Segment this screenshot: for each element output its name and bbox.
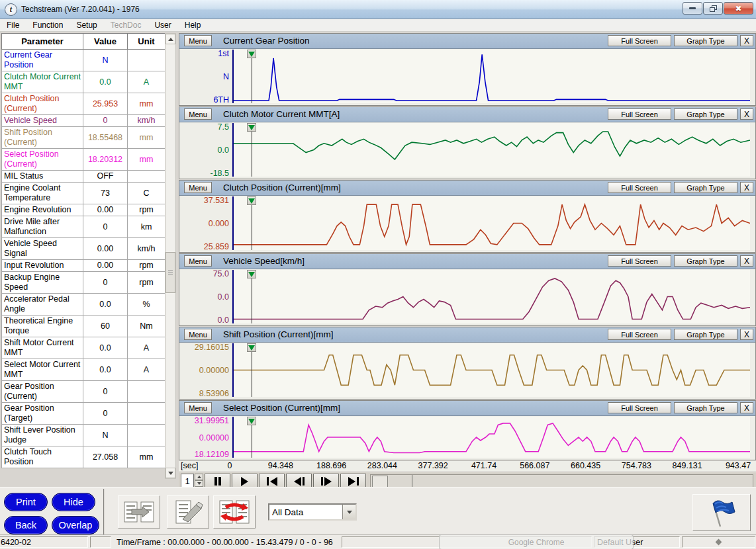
table-row[interactable]: Vehicle Speed Signal0.00km/h — [2, 238, 165, 260]
full-screen-button[interactable]: Full Screen — [608, 182, 671, 193]
full-screen-button[interactable]: Full Screen — [608, 329, 671, 340]
graph-type-button[interactable]: Graph Type — [674, 108, 737, 120]
close-button[interactable]: ✖ — [724, 2, 753, 15]
graph-strip: Menu Vehicle Speed[km/h] Full Screen Gra… — [179, 253, 756, 326]
graph-type-button[interactable]: Graph Type — [674, 35, 737, 46]
graph-type-button[interactable]: Graph Type — [674, 182, 737, 193]
graph-close-button[interactable]: X — [740, 108, 753, 120]
back-button[interactable]: Back — [4, 516, 48, 534]
table-row[interactable]: MIL StatusOFF — [2, 171, 165, 183]
restore-button[interactable] — [703, 2, 723, 15]
table-row[interactable]: Drive Mile after Malfunction0km — [2, 216, 165, 238]
graph-strip-body: 75.0 0.0 0.0 — [179, 269, 755, 325]
full-screen-button[interactable]: Full Screen — [608, 35, 671, 46]
graph-menu-button[interactable]: Menu — [184, 35, 212, 46]
table-row[interactable]: Clutch Position (Current)25.953mm — [2, 93, 165, 115]
full-screen-button[interactable]: Full Screen — [608, 108, 671, 120]
bottom-bar: Print Hide Back Overlap — [0, 487, 756, 535]
col-header-unit[interactable]: Unit — [128, 34, 165, 50]
graph-close-button[interactable]: X — [740, 329, 753, 340]
graph-menu-button[interactable]: Menu — [184, 108, 212, 120]
table-row[interactable]: Clutch Motor Current MMT0.0A — [2, 71, 165, 93]
green-cursor-marker[interactable] — [247, 270, 256, 278]
graph-menu-button[interactable]: Menu — [184, 255, 212, 267]
green-cursor-marker[interactable] — [247, 123, 256, 132]
green-cursor-marker[interactable] — [247, 196, 256, 205]
graph-menu-button[interactable]: Menu — [184, 329, 212, 340]
dropdown-arrow-icon[interactable] — [342, 505, 355, 519]
table-row[interactable]: Accelerator Pedal Angle0.0% — [2, 294, 165, 316]
graph-menu-button[interactable]: Menu — [184, 182, 212, 193]
table-row[interactable]: Engine Coolant Temperature73C — [2, 183, 165, 204]
param-name: Gear Position (Target) — [2, 403, 83, 425]
table-row[interactable]: Gear Position (Current)0 — [2, 381, 165, 403]
graph-type-button[interactable]: Graph Type — [674, 329, 737, 340]
table-row[interactable]: Select Position (Current)18.20312mm — [2, 149, 165, 171]
scroll-down-icon[interactable] — [165, 468, 175, 478]
green-cursor-marker[interactable] — [247, 417, 256, 425]
menu-function[interactable]: Function — [26, 20, 70, 30]
minimize-button[interactable] — [683, 2, 702, 15]
table-row[interactable]: Select Motor Current MMT0.0A — [2, 359, 165, 381]
time-tick: 754.783 — [622, 461, 651, 470]
graph-plot-area[interactable] — [232, 50, 750, 103]
table-row[interactable]: Vehicle Speed0km/h — [2, 115, 165, 127]
table-row[interactable]: Shift Motor Current MMT0.0A — [2, 337, 165, 359]
graph-close-button[interactable]: X — [740, 402, 753, 413]
param-name: Engine Revolution — [2, 204, 83, 216]
menu-user[interactable]: User — [148, 20, 177, 30]
table-row[interactable]: Theoretical Engine Torque60Nm — [2, 316, 165, 337]
table-row[interactable]: Current Gear PositionN — [2, 50, 165, 71]
graph-plot-area[interactable] — [232, 270, 750, 323]
table-row[interactable]: Shift Lever Position JudgeN — [2, 425, 165, 446]
y-label-mid: 0.000 — [209, 219, 229, 228]
hide-button[interactable]: Hide — [52, 493, 95, 511]
flag-button[interactable] — [692, 494, 751, 531]
table-row[interactable]: Input Revolution0.00rpm — [2, 260, 165, 272]
table-row[interactable]: Gear Position (Target)0 — [2, 403, 165, 425]
green-cursor-marker[interactable] — [247, 50, 256, 58]
spinner-up-icon[interactable] — [195, 474, 203, 480]
param-unit: A — [128, 337, 165, 359]
overlap-button[interactable]: Overlap — [52, 516, 99, 534]
graph-type-button[interactable]: Graph Type — [674, 255, 737, 267]
green-cursor-marker[interactable] — [247, 343, 256, 352]
table-scrollbar[interactable] — [165, 33, 176, 479]
table-row[interactable]: Shift Position (Current)18.55468mm — [2, 127, 165, 149]
table-row[interactable]: Clutch Touch Position27.058mm — [2, 446, 165, 468]
param-name: Backup Engine Speed — [2, 272, 83, 294]
menu-help[interactable]: Help — [178, 20, 208, 30]
menu-file[interactable]: File — [0, 20, 26, 30]
full-screen-button[interactable]: Full Screen — [608, 255, 671, 267]
param-name: Accelerator Pedal Angle — [2, 294, 83, 316]
graph-plot-area[interactable] — [232, 123, 750, 177]
graph-close-button[interactable]: X — [740, 182, 753, 193]
graph-plot-area[interactable] — [232, 196, 750, 250]
copy-data-button[interactable] — [118, 495, 160, 528]
data-filter-dropdown[interactable]: All Data — [268, 503, 357, 521]
graph-close-button[interactable]: X — [740, 255, 753, 267]
spinner-down-icon[interactable] — [195, 480, 203, 487]
scroll-up-icon[interactable] — [165, 34, 175, 44]
graph-type-button[interactable]: Graph Type — [674, 402, 737, 413]
scrollbar-thumb[interactable] — [165, 252, 175, 293]
graph-close-button[interactable]: X — [740, 35, 753, 46]
table-row[interactable]: Engine Revolution0.00rpm — [2, 204, 165, 216]
full-screen-button[interactable]: Full Screen — [608, 402, 671, 413]
graph-plot-area[interactable] — [232, 417, 750, 458]
swap-data-button[interactable] — [213, 495, 256, 528]
graph-strip-header: Menu Current Gear Position Full Screen G… — [179, 34, 755, 49]
col-header-parameter[interactable]: Parameter — [2, 34, 83, 50]
y-label-top: 7.5 — [218, 122, 229, 132]
app-icon: t — [5, 3, 17, 16]
record-data-button[interactable] — [167, 495, 209, 528]
col-header-value[interactable]: Value — [83, 34, 128, 50]
param-unit — [128, 403, 165, 425]
menu-setup[interactable]: Setup — [70, 20, 103, 30]
graph-menu-button[interactable]: Menu — [184, 402, 212, 413]
seek-slider[interactable] — [370, 474, 753, 488]
table-row[interactable]: Backup Engine Speed0rpm — [2, 272, 165, 294]
print-button[interactable]: Print — [4, 493, 48, 511]
next-icon — [321, 477, 323, 486]
graph-plot-area[interactable] — [232, 343, 750, 397]
